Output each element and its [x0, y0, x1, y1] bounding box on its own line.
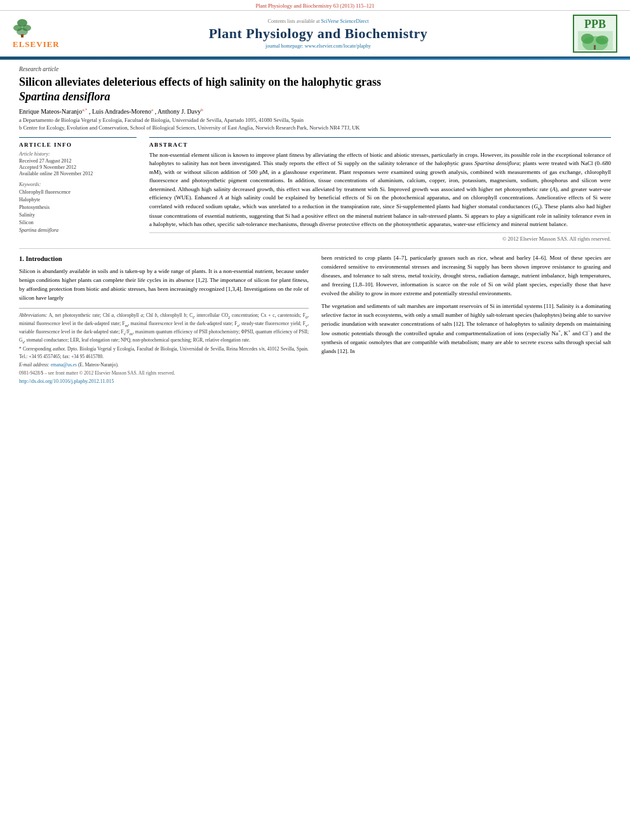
- received-date: Received 27 August 2012: [19, 158, 137, 164]
- body-col-left: 1. Introduction Silicon is abundantly av…: [19, 254, 309, 387]
- author1-sup: a,*: [82, 107, 87, 112]
- history-label: Article history:: [19, 151, 137, 157]
- author1-name: Enrique Mateos-Naranjo: [19, 108, 82, 115]
- title-text: Silicon alleviates deleterious effects o…: [19, 76, 381, 88]
- journal-homepage: journal homepage: www.elsevier.com/locat…: [64, 43, 573, 49]
- author2-sup: a: [151, 107, 153, 112]
- sciverse-link[interactable]: SciVerse ScienceDirect: [321, 18, 369, 24]
- svg-point-7: [581, 34, 594, 44]
- elsevier-tree-icon: [13, 18, 32, 38]
- body-col-right: been restricted to crop plants [4–7], pa…: [321, 254, 611, 387]
- accepted-date: Accepted 9 November 2012: [19, 164, 137, 170]
- issn-line: 0981-9428/$ – see front matter © 2012 El…: [19, 370, 309, 377]
- article-main-title: Silicon alleviates deleterious effects o…: [19, 75, 611, 105]
- journal-citation: Plant Physiology and Biochemistry 63 (20…: [255, 3, 374, 9]
- abstract-italic-species: Spartina densiflora: [474, 160, 519, 166]
- journal-citation-bar: Plant Physiology and Biochemistry 63 (20…: [0, 0, 630, 11]
- author3-name: , Anthony J. Davy: [155, 108, 201, 115]
- keyword-5: Silicon: [19, 219, 137, 227]
- keyword-6: Spartina densiflora: [19, 227, 137, 234]
- body-text-section: 1. Introduction Silicon is abundantly av…: [19, 254, 611, 387]
- keywords-list: Chlorophyll fluorescence Halophyte Photo…: [19, 189, 137, 234]
- journal-title: Plant Physiology and Biochemistry: [64, 25, 573, 42]
- footnotes-area: Abbreviations: A, net photosynthetic rat…: [19, 308, 309, 386]
- intro-para-1: Silicon is abundantly available in soils…: [19, 267, 309, 303]
- ppb-plant-image: [578, 31, 613, 50]
- section-divider: [19, 248, 611, 249]
- authors-line: Enrique Mateos-Naranjoa,* , Luis Andrade…: [19, 107, 611, 115]
- article-type: Research article: [19, 66, 611, 72]
- doi-line[interactable]: http://dx.doi.org/10.1016/j.plaphy.2012.…: [19, 378, 309, 385]
- ppb-logo: PPB: [573, 15, 617, 53]
- journal-header-center: Contents lists available at SciVerse Sci…: [64, 18, 573, 49]
- abstract-header: ABSTRACT: [149, 142, 611, 148]
- intro-para-2: been restricted to crop plants [4–7], pa…: [321, 254, 611, 298]
- elsevier-brand-text: ELSEVIER: [13, 39, 60, 50]
- sciverse-line: Contents lists available at SciVerse Sci…: [64, 18, 573, 24]
- affiliations: a Departamento de Biología Vegetal y Eco…: [19, 117, 611, 132]
- article-info-column: ARTICLE INFO Article history: Received 2…: [19, 137, 137, 242]
- journal-header: ELSEVIER Contents lists available at Sci…: [0, 11, 630, 58]
- article-info-header: ARTICLE INFO: [19, 142, 137, 148]
- ppb-logo-text: PPB: [584, 18, 606, 31]
- affiliation-a: a Departamento de Biología Vegetal y Eco…: [19, 117, 611, 124]
- main-content: Research article Silicon alleviates dele…: [0, 60, 630, 393]
- corresponding-author-line: * Corresponding author. Dpto. Biología V…: [19, 345, 309, 360]
- keyword-3: Photosynthesis: [19, 204, 137, 211]
- copyright-line: © 2012 Elsevier Masson SAS. All rights r…: [149, 232, 611, 242]
- svg-point-8: [596, 36, 608, 44]
- svg-rect-9: [594, 45, 596, 50]
- introduction-title: 1. Introduction: [19, 254, 309, 264]
- keyword-2: Halophyte: [19, 196, 137, 204]
- abstract-text: The non-essential element silicon is kno…: [149, 151, 611, 229]
- svg-rect-4: [21, 34, 23, 37]
- homepage-url[interactable]: www.elsevier.com/locate/plaphy: [305, 43, 371, 49]
- elsevier-logo: ELSEVIER: [13, 18, 64, 50]
- info-abstract-section: ARTICLE INFO Article history: Received 2…: [19, 137, 611, 242]
- title-italic: Spartina densiflora: [19, 90, 111, 103]
- keyword-4: Salinity: [19, 211, 137, 219]
- email-address[interactable]: emana@us.es: [51, 362, 77, 368]
- intro-para-3: The vegetation and sediments of salt mar…: [321, 302, 611, 357]
- available-date: Available online 28 November 2012: [19, 171, 137, 177]
- abstract-column: ABSTRACT The non-essential element silic…: [149, 137, 611, 242]
- author2-name: , Luis Andrades-Moreno: [89, 108, 151, 115]
- abbreviations-line: Abbreviations: A, net photosynthetic rat…: [19, 312, 309, 345]
- email-line: E-mail address: emana@us.es (E. Mateos-N…: [19, 361, 309, 368]
- author3-sup: b: [201, 107, 203, 112]
- affiliation-b: b Centre for Ecology, Evolution and Cons…: [19, 124, 611, 132]
- keywords-label: Keywords:: [19, 182, 137, 187]
- keyword-1: Chlorophyll fluorescence: [19, 189, 137, 196]
